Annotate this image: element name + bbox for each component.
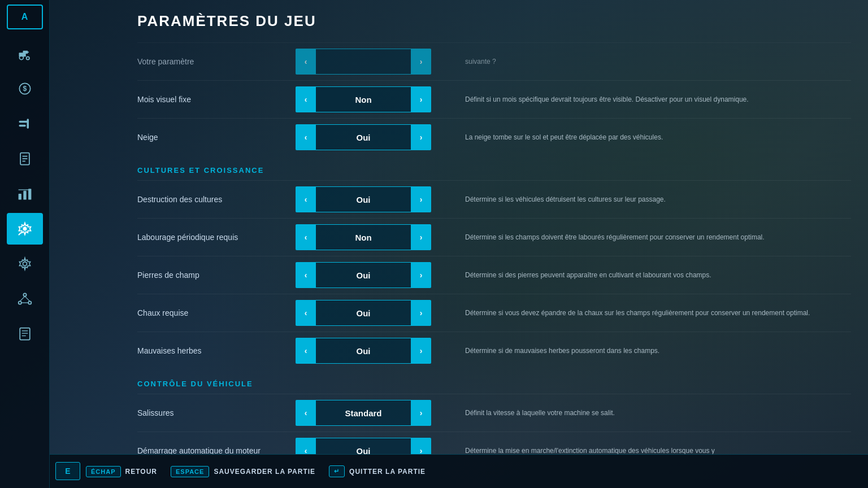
svg-line-24 (25, 297, 30, 302)
sidebar-item-contracts[interactable] (7, 143, 43, 175)
control-neige: ‹ Oui › (296, 124, 431, 150)
svg-rect-16 (28, 189, 31, 199)
desc-destruction: Détermine si les véhicules détruisent le… (431, 194, 851, 204)
label-pierres: Pierres de champ (137, 271, 296, 280)
mauvaises-herbes-value: Oui (316, 338, 411, 364)
setting-row-labourage: Labourage périodique requis ‹ Non › Déte… (137, 218, 851, 256)
destruction-prev-btn[interactable]: ‹ (296, 186, 316, 212)
salissures-prev-btn[interactable]: ‹ (296, 400, 316, 426)
desc-mauvaises-herbes: Détermine si de mauvaises herbes pousser… (431, 346, 851, 356)
svg-line-23 (20, 297, 25, 302)
desc-labourage: Détermine si les champs doivent être lab… (431, 232, 851, 242)
label-demarrage: Démarrage automatique du moteur (137, 446, 296, 454)
sidebar: A $ (0, 0, 50, 488)
destruction-value: Oui (316, 186, 411, 212)
desc-pierres: Détermine si des pierres peuvent apparaî… (431, 270, 851, 280)
chaux-value: Oui (316, 300, 411, 326)
control-mois-visuel: ‹ Non › (296, 86, 431, 112)
label-retour: RETOUR (125, 468, 157, 476)
sidebar-item-settings[interactable] (7, 248, 43, 280)
pierres-next-btn[interactable]: › (411, 262, 431, 288)
svg-rect-4 (25, 52, 28, 53)
demarrage-value: Oui (316, 438, 411, 454)
desc-neige: La neige tombe sur le sol et peut être d… (431, 132, 851, 142)
key-enter: ↵ (329, 465, 345, 477)
page-title: PARAMÈTRES DU JEU (50, 0, 868, 39)
sidebar-item-production[interactable] (7, 178, 43, 210)
svg-rect-26 (20, 328, 30, 340)
svg-point-3 (26, 56, 29, 59)
label-destruction: Destruction des cultures (137, 195, 296, 204)
section-header-vehicule: CONTRÔLE DU VÉHICULE (137, 369, 851, 394)
pierres-prev-btn[interactable]: ‹ (296, 262, 316, 288)
label-mois-visuel: Mois visuel fixe (137, 95, 296, 104)
svg-rect-8 (19, 125, 25, 127)
salissures-next-btn[interactable]: › (411, 400, 431, 426)
setting-row-pierres: Pierres de champ ‹ Oui › Détermine si de… (137, 256, 851, 294)
sidebar-item-tractor[interactable] (7, 38, 43, 69)
label-neige: Neige (137, 133, 296, 142)
bottom-left-key: E (55, 462, 80, 480)
neige-prev-btn[interactable]: ‹ (296, 124, 316, 150)
chaux-prev-btn[interactable]: ‹ (296, 300, 316, 326)
mois-visuel-next-btn[interactable]: › (411, 86, 431, 112)
control-labourage: ‹ Non › (296, 224, 431, 250)
demarrage-next-btn[interactable]: › (411, 438, 431, 454)
desc-salissures: Définit la vitesse à laquelle votre mach… (431, 408, 851, 418)
mois-visuel-prev-btn[interactable]: ‹ (296, 86, 316, 112)
labourage-prev-btn[interactable]: ‹ (296, 224, 316, 250)
truncated-value (316, 49, 411, 75)
bottom-action-save[interactable]: ESPACE SAUVEGARDER LA PARTIE (171, 466, 315, 477)
section-header-cultures: CULTURES ET CROISSANCE (137, 156, 851, 180)
svg-text:$: $ (23, 85, 27, 93)
svg-rect-9 (27, 119, 29, 129)
label-mauvaises-herbes: Mauvaises herbes (137, 346, 296, 355)
bottom-bar: E ÉCHAP RETOUR ESPACE SAUVEGARDER LA PAR… (50, 454, 868, 488)
truncated-description: suivante ? (431, 56, 851, 67)
sidebar-item-guide[interactable] (7, 318, 43, 350)
svg-point-21 (18, 301, 21, 304)
key-espace: ESPACE (171, 466, 209, 477)
control-mauvaises-herbes: ‹ Oui › (296, 338, 431, 364)
sidebar-item-tools[interactable] (7, 108, 43, 140)
desc-chaux: Détermine si vous devez épandre de la ch… (431, 308, 851, 318)
pierres-value: Oui (316, 262, 411, 288)
svg-rect-14 (18, 194, 21, 200)
chaux-next-btn[interactable]: › (411, 300, 431, 326)
setting-row-chaux: Chaux requise ‹ Oui › Détermine si vous … (137, 294, 851, 332)
truncated-label: Votre paramètre (137, 57, 296, 66)
key-echap: ÉCHAP (86, 466, 121, 477)
svg-point-22 (28, 301, 31, 304)
svg-rect-7 (19, 121, 28, 123)
setting-row-mois-visuel: Mois visuel fixe ‹ Non › Définit si un m… (137, 80, 851, 118)
labourage-next-btn[interactable]: › (411, 224, 431, 250)
svg-point-18 (23, 227, 27, 231)
bottom-action-retour[interactable]: ÉCHAP RETOUR (86, 466, 157, 477)
neige-next-btn[interactable]: › (411, 124, 431, 150)
bottom-action-quit[interactable]: ↵ QUITTER LA PARTIE (329, 465, 426, 477)
truncated-control: ‹ › (296, 49, 431, 75)
setting-row-neige: Neige ‹ Oui › La neige tombe sur le sol … (137, 118, 851, 156)
setting-row-demarrage: Démarrage automatique du moteur ‹ Oui › … (137, 432, 851, 454)
svg-rect-15 (23, 191, 26, 200)
labourage-value: Non (316, 224, 411, 250)
mois-visuel-value: Non (316, 86, 411, 112)
setting-row-mauvaises-herbes: Mauvaises herbes ‹ Oui › Détermine si de… (137, 332, 851, 369)
mauvaises-herbes-next-btn[interactable]: › (411, 338, 431, 364)
svg-point-19 (23, 262, 27, 266)
label-quit: QUITTER LA PARTIE (349, 468, 426, 476)
sidebar-item-money[interactable]: $ (7, 73, 43, 104)
sidebar-item-network[interactable] (7, 283, 43, 315)
neige-value: Oui (316, 124, 411, 150)
setting-row-destruction: Destruction des cultures ‹ Oui › Détermi… (137, 180, 851, 218)
demarrage-prev-btn[interactable]: ‹ (296, 438, 316, 454)
sidebar-item-game-settings[interactable] (7, 213, 43, 245)
truncated-next-btn[interactable]: › (411, 49, 431, 75)
truncated-prev-btn[interactable]: ‹ (296, 49, 316, 75)
label-save: SAUVEGARDER LA PARTIE (214, 468, 315, 476)
destruction-next-btn[interactable]: › (411, 186, 431, 212)
control-pierres: ‹ Oui › (296, 262, 431, 288)
mauvaises-herbes-prev-btn[interactable]: ‹ (296, 338, 316, 364)
settings-container[interactable]: Votre paramètre ‹ › suivante ? Mois visu… (137, 42, 857, 454)
label-labourage: Labourage périodique requis (137, 233, 296, 242)
